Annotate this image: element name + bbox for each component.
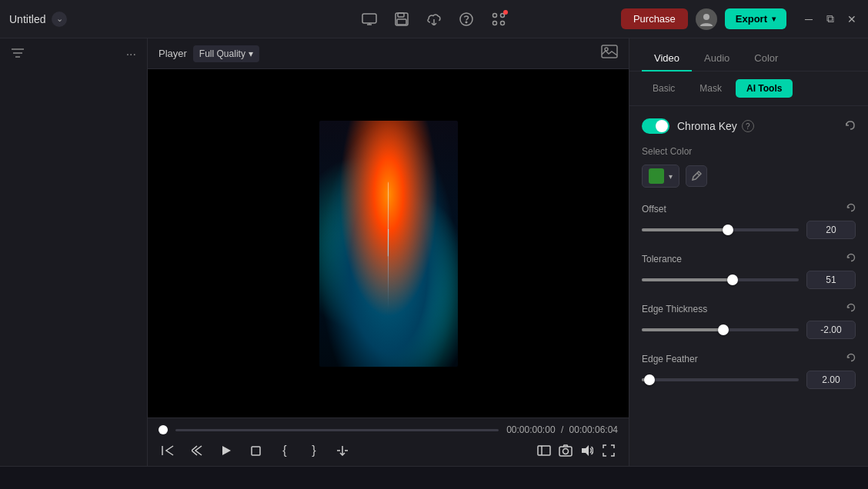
- quality-chevron-icon: ▾: [249, 48, 253, 59]
- tolerance-fill: [642, 278, 733, 281]
- svg-rect-4: [398, 13, 404, 17]
- tolerance-thumb[interactable]: [727, 274, 738, 285]
- edge-thickness-section: Edge Thickness -2.00: [642, 303, 856, 339]
- filter-icon[interactable]: [11, 48, 25, 62]
- main-content: ··· Player Full Quality ▾: [0, 38, 868, 466]
- svg-point-12: [703, 14, 709, 20]
- svg-rect-23: [538, 446, 550, 455]
- audio-button[interactable]: [578, 441, 596, 460]
- tab-color[interactable]: Color: [742, 46, 790, 72]
- offset-label: Offset: [642, 204, 666, 215]
- edge-feather-controls: 2.00: [642, 371, 856, 389]
- close-button[interactable]: ✕: [845, 12, 859, 26]
- sidebar-toolbar: ···: [0, 38, 147, 71]
- apps-icon[interactable]: [489, 10, 508, 28]
- sub-tab-ai-tools[interactable]: AI Tools: [736, 79, 793, 98]
- snapshot-button[interactable]: [556, 441, 575, 460]
- purchase-button[interactable]: Purchase: [621, 8, 688, 29]
- tab-audio[interactable]: Audio: [692, 46, 742, 72]
- playhead[interactable]: [159, 425, 168, 434]
- image-export-icon[interactable]: [601, 45, 618, 62]
- player-label: Player: [159, 48, 187, 59]
- chroma-key-toggle[interactable]: [642, 118, 669, 134]
- svg-point-26: [563, 449, 569, 454]
- edge-feather-input[interactable]: 2.00: [806, 371, 856, 389]
- controls-row: { }: [159, 441, 618, 460]
- maximize-button[interactable]: ⧉: [823, 12, 837, 26]
- skip-back-button[interactable]: [159, 441, 177, 460]
- titlebar-center: [360, 10, 508, 28]
- svg-rect-0: [362, 14, 376, 23]
- edge-thickness-thumb[interactable]: [718, 324, 729, 335]
- svg-point-9: [501, 13, 505, 17]
- more-options-icon[interactable]: ···: [126, 48, 136, 62]
- quality-dropdown[interactable]: Full Quality ▾: [193, 45, 259, 62]
- player-controls: 00:00:00:00 / 00:00:06:04: [148, 417, 629, 466]
- video-viewport: [148, 69, 629, 417]
- avatar[interactable]: [696, 8, 717, 30]
- offset-reset-icon[interactable]: [846, 203, 856, 215]
- mark-out-button[interactable]: }: [305, 441, 323, 460]
- bottom-bar: [0, 466, 868, 489]
- cloud-icon[interactable]: [425, 10, 443, 28]
- svg-point-11: [501, 21, 505, 25]
- color-swatch: [649, 168, 664, 184]
- edge-thickness-slider[interactable]: [642, 328, 799, 331]
- player-area: Player Full Quality ▾: [148, 38, 629, 466]
- mark-in-button[interactable]: {: [275, 441, 294, 460]
- time-current: 00:00:00:00: [506, 424, 555, 435]
- progress-track[interactable]: [175, 429, 499, 431]
- help-icon[interactable]: [457, 10, 476, 28]
- svg-marker-19: [222, 446, 231, 455]
- edge-feather-thumb[interactable]: [644, 374, 655, 385]
- edge-thickness-input[interactable]: -2.00: [806, 321, 856, 339]
- color-dropdown[interactable]: ▾: [642, 165, 679, 188]
- offset-header: Offset: [642, 203, 856, 215]
- player-topbar: Player Full Quality ▾: [148, 38, 629, 69]
- offset-input[interactable]: 20: [806, 221, 856, 239]
- edge-feather-label: Edge Feather: [642, 354, 698, 364]
- edge-feather-slider[interactable]: [642, 378, 799, 381]
- tolerance-header: Tolerance: [642, 253, 856, 264]
- chroma-key-row: Chroma Key ?: [642, 118, 856, 134]
- edge-feather-reset-icon[interactable]: [846, 353, 856, 364]
- svg-rect-25: [559, 447, 572, 456]
- minimize-button[interactable]: ─: [802, 12, 816, 26]
- edge-thickness-reset-icon[interactable]: [846, 303, 856, 314]
- play-button[interactable]: [217, 441, 235, 460]
- save-icon[interactable]: [392, 10, 411, 28]
- tolerance-reset-icon[interactable]: [846, 253, 856, 264]
- chroma-help-icon[interactable]: ?: [742, 120, 754, 132]
- chroma-reset-icon[interactable]: [845, 120, 856, 133]
- window-controls: ─ ⧉ ✕: [802, 12, 859, 26]
- sub-tab-mask[interactable]: Mask: [689, 79, 733, 98]
- panel-tabs: Video Audio Color: [629, 38, 868, 72]
- tolerance-section: Tolerance 51: [642, 253, 856, 289]
- eyedropper-button[interactable]: [686, 165, 707, 187]
- insert-button[interactable]: [334, 441, 352, 460]
- tab-video[interactable]: Video: [642, 46, 692, 72]
- tolerance-label: Tolerance: [642, 254, 682, 264]
- color-dropdown-chevron-icon: ▾: [669, 172, 673, 181]
- export-button[interactable]: Export ▾: [725, 8, 786, 29]
- time-display: 00:00:00:00 / 00:00:06:04: [506, 424, 618, 435]
- title-chevron-icon[interactable]: ⌄: [52, 12, 67, 27]
- edge-thickness-fill: [642, 328, 723, 331]
- app-title: Untitled: [9, 13, 45, 25]
- tolerance-slider[interactable]: [642, 278, 799, 281]
- offset-thumb[interactable]: [723, 225, 733, 235]
- offset-section: Offset 20: [642, 203, 856, 239]
- stop-button[interactable]: [246, 441, 265, 460]
- titlebar-left: Untitled ⌄: [9, 12, 621, 27]
- fullscreen-preview-button[interactable]: [535, 441, 553, 460]
- frame-back-button[interactable]: [188, 441, 206, 460]
- monitor-icon[interactable]: [360, 10, 379, 28]
- edge-feather-header: Edge Feather: [642, 353, 856, 364]
- sub-tab-basic[interactable]: Basic: [642, 79, 686, 98]
- offset-controls: 20: [642, 221, 856, 239]
- toggle-knob: [656, 120, 668, 132]
- offset-slider[interactable]: [642, 228, 799, 231]
- svg-point-8: [493, 13, 497, 17]
- tolerance-input[interactable]: 51: [806, 271, 856, 289]
- fit-screen-button[interactable]: [599, 441, 618, 460]
